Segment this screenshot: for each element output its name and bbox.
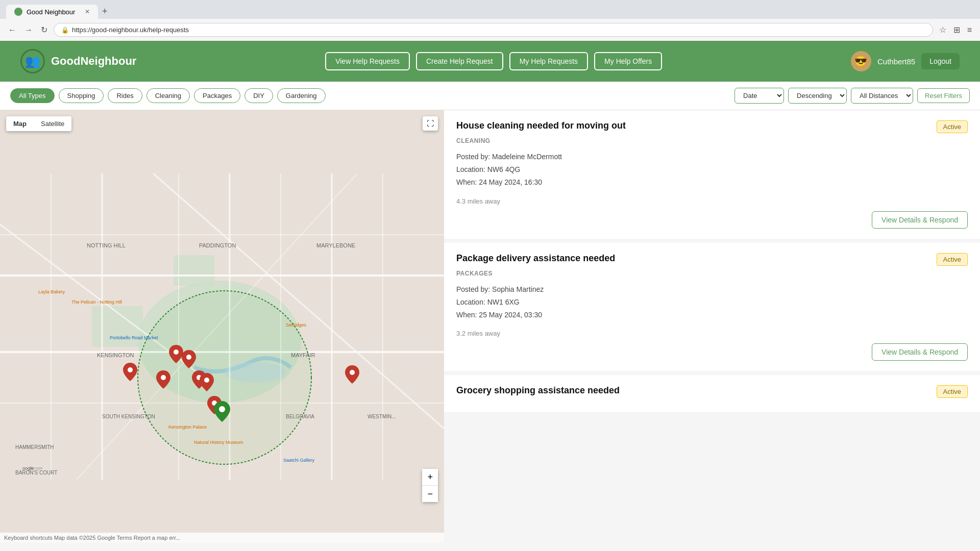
map-area: NOTTING HILL PADDINGTON MARYLEBONE KENSI… xyxy=(0,110,444,543)
svg-point-46 xyxy=(219,406,225,412)
filter-right: Date Distance Title Descending Ascending… xyxy=(734,88,970,104)
svg-text:Saatchi Gallery: Saatchi Gallery xyxy=(283,458,315,463)
when: When: 25 May 2024, 03:30 xyxy=(456,309,968,321)
svg-point-41 xyxy=(204,378,209,383)
location: Location: NW6 4QG xyxy=(456,163,968,176)
svg-text:PADDINGTON: PADDINGTON xyxy=(199,242,236,248)
filter-packages[interactable]: Packages xyxy=(194,88,240,103)
card-title: House cleaning needed for moving out xyxy=(456,120,937,131)
svg-text:Layla Bakery: Layla Bakery xyxy=(38,289,65,294)
card-header: House cleaning needed for moving out Act… xyxy=(456,120,968,133)
forward-button[interactable]: → xyxy=(22,23,35,37)
view-details-respond-button[interactable]: View Details & Respond xyxy=(872,211,968,229)
help-card: Package delivery assistance needed Activ… xyxy=(444,243,980,375)
card-title: Package delivery assistance needed xyxy=(456,253,937,264)
svg-rect-3 xyxy=(174,255,214,286)
card-title: Grocery shopping assistance needed xyxy=(456,385,937,396)
svg-text:BELGRAVIA: BELGRAVIA xyxy=(286,414,314,419)
when: When: 24 May 2024, 16:30 xyxy=(456,176,968,189)
svg-text:WESTMIN...: WESTMIN... xyxy=(368,414,396,419)
card-distance: 3.2 miles away xyxy=(456,330,968,337)
distance-select[interactable]: All Distances 1 mile 2 miles 5 miles 10 … xyxy=(851,88,913,104)
view-details-respond-button[interactable]: View Details & Respond xyxy=(872,343,968,361)
svg-text:oogle: oogle xyxy=(22,466,34,471)
menu-button[interactable]: ≡ xyxy=(965,23,974,37)
address-bar[interactable]: 🔒 https://good-neighbour.uk/help-request… xyxy=(54,23,933,37)
tab-close-button[interactable]: ✕ xyxy=(85,8,90,15)
sort-by-select[interactable]: Date Distance Title xyxy=(734,88,784,104)
my-help-offers-button[interactable]: My Help Offers xyxy=(594,52,662,70)
logo-text: GoodNeighbour xyxy=(51,55,136,68)
svg-text:KENSINGTON: KENSINGTON xyxy=(97,352,134,358)
app-logo: 👥 GoodNeighbour xyxy=(20,49,136,73)
filter-cleaning[interactable]: Cleaning xyxy=(146,88,190,103)
browser-toolbar: ← → ↻ 🔒 https://good-neighbour.uk/help-r… xyxy=(0,19,980,41)
svg-point-43 xyxy=(161,375,166,380)
filter-gardening[interactable]: Gardening xyxy=(277,88,326,103)
extensions-button[interactable]: ⊞ xyxy=(951,23,962,37)
header-user: 😎 Cuthbert85 Logout xyxy=(851,51,960,71)
logout-button[interactable]: Logout xyxy=(921,53,960,69)
logo-icon: 👥 xyxy=(20,49,45,73)
card-type: CLEANING xyxy=(456,137,968,144)
main-content: NOTTING HILL PADDINGTON MARYLEBONE KENSI… xyxy=(0,110,980,543)
create-help-request-button[interactable]: Create Help Request xyxy=(416,52,503,70)
browser-chrome: Good Neighbour ✕ + xyxy=(0,0,980,19)
map-expand-button[interactable]: ⛶ xyxy=(423,116,438,131)
browser-tab[interactable]: Good Neighbour ✕ xyxy=(6,5,98,19)
card-details: Posted by: Madeleine McDermott Location:… xyxy=(456,151,968,189)
filter-shopping[interactable]: Shopping xyxy=(59,88,104,103)
status-badge: Active xyxy=(937,385,968,398)
svg-point-45 xyxy=(350,370,355,375)
svg-point-44 xyxy=(128,367,133,372)
back-button[interactable]: ← xyxy=(6,23,18,37)
svg-text:Portobello Road Market: Portobello Road Market xyxy=(110,335,158,340)
location: Location: NW1 6XG xyxy=(456,296,968,309)
filter-rides[interactable]: Rides xyxy=(108,88,142,103)
svg-text:SOUTH KENSINGTON: SOUTH KENSINGTON xyxy=(102,414,155,419)
posted-by: Posted by: Sophia Martinez xyxy=(456,283,968,296)
refresh-button[interactable]: ↻ xyxy=(39,23,50,37)
zoom-out-button[interactable]: − xyxy=(422,486,438,502)
svg-text:NOTTING HILL: NOTTING HILL xyxy=(87,242,126,248)
new-tab-button[interactable]: + xyxy=(98,4,112,19)
map-toggle: Map Satellite xyxy=(6,116,71,131)
card-distance: 4.3 miles away xyxy=(456,197,968,205)
tab-favicon xyxy=(14,8,22,16)
tab-title: Good Neighbour xyxy=(27,8,75,16)
filter-diy[interactable]: DIY xyxy=(244,88,273,103)
filter-bar: All Types Shopping Rides Cleaning Packag… xyxy=(0,82,980,110)
filter-all-types[interactable]: All Types xyxy=(10,88,55,103)
map-footer: Keyboard shortcuts Map data ©2025 Google… xyxy=(0,533,444,543)
zoom-in-button[interactable]: + xyxy=(422,469,438,486)
cards-panel: House cleaning needed for moving out Act… xyxy=(444,110,980,543)
star-button[interactable]: ☆ xyxy=(937,23,948,37)
svg-text:MARYLEBONE: MARYLEBONE xyxy=(316,242,355,248)
app-header: 👥 GoodNeighbour View Help Requests Creat… xyxy=(0,41,980,82)
satellite-mode-button[interactable]: Satellite xyxy=(34,116,71,131)
svg-text:HAMMERSMITH: HAMMERSMITH xyxy=(15,444,54,450)
help-card: Grocery shopping assistance needed Activ… xyxy=(444,375,980,416)
card-type: PACKAGES xyxy=(456,270,968,277)
card-details: Posted by: Sophia Martinez Location: NW1… xyxy=(456,283,968,322)
svg-text:The Pelican - Notting Hill: The Pelican - Notting Hill xyxy=(71,299,122,305)
card-header: Package delivery assistance needed Activ… xyxy=(456,253,968,266)
reset-filters-button[interactable]: Reset Filters xyxy=(917,88,970,103)
map-attribution: Keyboard shortcuts Map data ©2025 Google… xyxy=(4,535,180,541)
posted-by: Posted by: Madeleine McDermott xyxy=(456,151,968,163)
status-badge: Active xyxy=(937,120,968,133)
user-avatar: 😎 xyxy=(851,51,871,71)
help-card: House cleaning needed for moving out Act… xyxy=(444,110,980,243)
header-nav: View Help Requests Create Help Request M… xyxy=(325,52,662,70)
my-help-requests-button[interactable]: My Help Requests xyxy=(509,52,588,70)
view-help-requests-button[interactable]: View Help Requests xyxy=(325,52,410,70)
sort-order-select[interactable]: Descending Ascending xyxy=(788,88,847,104)
url-text: https://good-neighbour.uk/help-requests xyxy=(72,26,189,34)
map-zoom-controls: + − xyxy=(422,469,438,502)
svg-text:BARON'S COURT: BARON'S COURT xyxy=(15,470,57,475)
svg-point-38 xyxy=(174,349,179,355)
map-mode-button[interactable]: Map xyxy=(6,116,34,131)
lock-icon: 🔒 xyxy=(61,27,69,34)
map-svg: NOTTING HILL PADDINGTON MARYLEBONE KENSI… xyxy=(0,110,444,543)
svg-point-39 xyxy=(186,355,191,360)
